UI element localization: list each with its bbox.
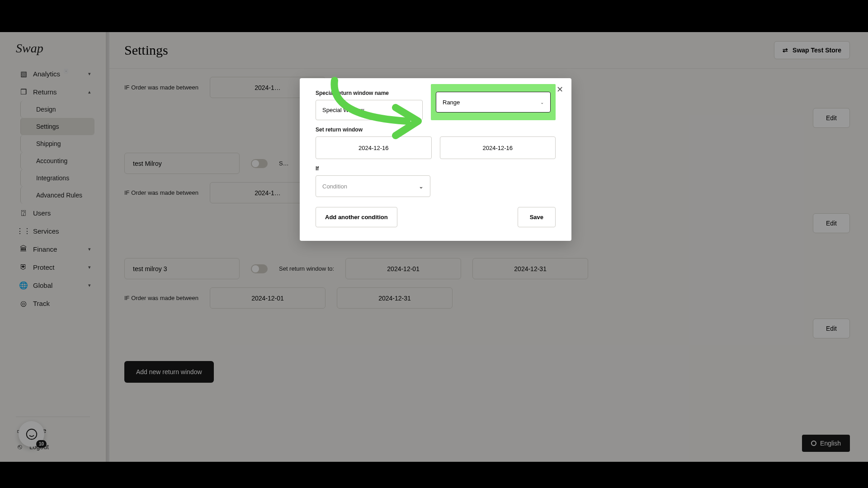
window-name-label: Special return window name [316, 90, 423, 96]
save-button[interactable]: Save [518, 207, 556, 227]
if-label: If [316, 165, 556, 172]
annotation-highlight: Range ⌄ [431, 84, 556, 120]
select-value: Range [443, 99, 460, 106]
chevron-down-icon: ⌄ [540, 100, 544, 105]
select-placeholder: Condition [322, 183, 347, 190]
window-name-input[interactable] [316, 100, 423, 120]
condition-select[interactable]: Condition ⌄ [316, 175, 430, 197]
window-type-select[interactable]: Range ⌄ [436, 92, 551, 113]
chevron-down-icon: ⌄ [419, 183, 424, 190]
special-return-window-modal: ✕ Special return window name Range ⌄ Set… [300, 78, 571, 241]
return-window-to-input[interactable]: 2024-12-16 [440, 136, 556, 159]
add-condition-button[interactable]: Add another condition [316, 207, 397, 227]
set-window-label: Set return window [316, 127, 556, 133]
return-window-from-input[interactable]: 2024-12-16 [316, 136, 432, 159]
close-icon: ✕ [557, 85, 563, 94]
close-button[interactable]: ✕ [557, 84, 563, 94]
